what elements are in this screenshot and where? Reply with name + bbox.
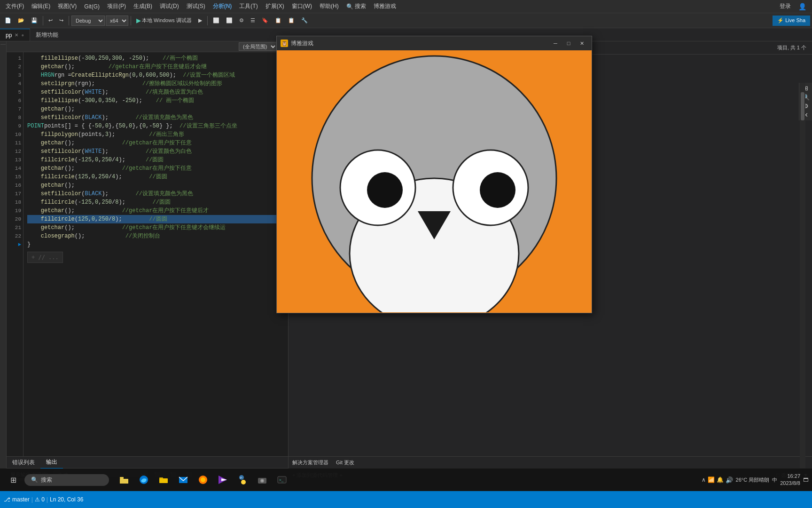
- solution-explorer-tab[interactable]: 解决方案管理器: [292, 459, 328, 466]
- code-editor-panel: (全局范围) ▼ 1 2 3 4 5 6 7 8 9 10 11 12 13 1…: [7, 41, 289, 508]
- svg-rect-9: [120, 480, 128, 484]
- game-window-icon: 🦉: [281, 40, 288, 47]
- tray-up-arrow[interactable]: ∧: [702, 476, 706, 483]
- error-list-tab[interactable]: 错误列表: [7, 457, 40, 468]
- status-sep: |: [31, 496, 33, 503]
- game-window: 🦉 博雅游戏 ─ □ ✕: [276, 36, 592, 313]
- tray-volume[interactable]: 🔊: [726, 476, 733, 484]
- start-button[interactable]: ⊞: [4, 470, 23, 489]
- activity-indicator: │: [1, 43, 6, 46]
- live-share-icon: ⚡: [777, 17, 784, 23]
- taskbar-app-python[interactable]: P: [233, 470, 252, 489]
- toolbar-undo[interactable]: ↩: [46, 16, 55, 24]
- toolbar-save[interactable]: 💾: [28, 16, 40, 24]
- menu-analyze[interactable]: 分析(N): [209, 1, 236, 12]
- code-line-23: }: [27, 240, 284, 249]
- run-button[interactable]: ▶ 本地 Windows 调试器: [133, 16, 195, 25]
- toolbar-icon2[interactable]: ⬜: [223, 16, 235, 24]
- menu-debug[interactable]: 调试(D): [156, 1, 183, 12]
- menu-user-icon[interactable]: 👤: [795, 1, 810, 12]
- toolbar-icon6[interactable]: 📋: [272, 16, 284, 24]
- menu-build[interactable]: 生成(B): [130, 1, 156, 12]
- toolbar-new[interactable]: 📄: [2, 16, 14, 24]
- menu-extensions[interactable]: 扩展(X): [262, 1, 288, 12]
- code-line-15: fillcircle(125, 0, 250 / 4); //圆圆: [27, 173, 284, 181]
- tray-network[interactable]: 📶: [708, 476, 715, 483]
- game-window-title: 博雅游戏: [291, 40, 547, 48]
- toolbar-sep-2: [69, 16, 69, 25]
- menu-boya[interactable]: 博雅游戏: [370, 1, 400, 12]
- toolbar-redo[interactable]: ↪: [56, 16, 66, 24]
- menu-tools[interactable]: 工具(T): [235, 1, 261, 12]
- code-lines[interactable]: fillellipse(-300, 250, 300, -250); //画一个…: [23, 52, 288, 508]
- sys-tray: ∧ 📶 🔔 🔊: [702, 476, 733, 484]
- close-button[interactable]: ✕: [576, 39, 588, 48]
- code-line-13: fillcircle(-125, 0, 250 / 4); //圆圆: [27, 156, 284, 164]
- scope-select[interactable]: (全局范围): [239, 42, 277, 51]
- menu-edit[interactable]: 编辑(E): [28, 1, 54, 12]
- svg-rect-12: [159, 478, 168, 483]
- bottom-right-tabs: 解决方案管理器 Git 更改: [289, 456, 812, 468]
- taskbar-app-terminal[interactable]: >_: [273, 470, 291, 489]
- code-line-17: setfillcolor(BLACK); //设置填充颜色为黑色: [27, 190, 284, 198]
- tray-warning[interactable]: 🔔: [717, 476, 724, 483]
- taskbar-app-folder[interactable]: [154, 470, 173, 489]
- toolbar-more1[interactable]: ▶: [195, 16, 205, 24]
- output-tab-active[interactable]: 输出: [40, 456, 63, 468]
- taskbar-app-vs[interactable]: [213, 470, 232, 489]
- taskbar-search[interactable]: 🔍 搜索: [24, 474, 109, 486]
- taskbar-app-edge[interactable]: [134, 470, 153, 489]
- taskbar-right: ∧ 📶 🔔 🔊 26°C 局部晴朗 中 16:27 2023/8/8 🗖: [702, 473, 808, 487]
- toolbar-icon7[interactable]: 📋: [285, 16, 297, 24]
- live-share-button[interactable]: ⚡ Live Sha: [773, 16, 810, 26]
- tab-new-feature[interactable]: 新增功能: [30, 29, 64, 41]
- toolbar-icon3[interactable]: ⚙: [236, 16, 247, 24]
- taskbar-app-explorer[interactable]: [115, 470, 133, 489]
- toolbar-sep-4: [207, 16, 208, 25]
- menu-search[interactable]: 🔍搜索: [343, 1, 370, 12]
- menu-view[interactable]: 视图(V): [54, 1, 80, 12]
- toolbar-open[interactable]: 📂: [15, 16, 27, 24]
- live-share-label: Live Sha: [785, 17, 805, 23]
- toolbar-icon5[interactable]: 🔖: [259, 16, 271, 24]
- svg-text:>_: >_: [279, 478, 284, 482]
- menu-test[interactable]: 测试(S): [183, 1, 209, 12]
- minimize-button[interactable]: ─: [549, 39, 562, 48]
- tab-pp-close[interactable]: ✕: [15, 32, 18, 38]
- config-select[interactable]: Debug Release: [71, 16, 105, 26]
- output-tabs-bar: 错误列表 输出: [7, 456, 288, 468]
- menu-project[interactable]: 项目(P): [103, 1, 130, 12]
- code-content: 1 2 3 4 5 6 7 8 9 10 11 12 13 14 15 16 1…: [7, 52, 288, 508]
- svg-point-23: [261, 480, 263, 482]
- maximize-button[interactable]: □: [562, 39, 575, 48]
- svg-point-5: [480, 172, 515, 208]
- git-changes-tab[interactable]: Git 更改: [336, 459, 354, 466]
- vscroll-bar[interactable]: [800, 83, 805, 468]
- toolbar: 📄 📂 💾 ↩ ↪ Debug Release x64 x86 ▶ 本地 Win…: [0, 13, 812, 28]
- toolbar-icon1[interactable]: ⬜: [210, 16, 222, 24]
- menu-file[interactable]: 文件(F): [2, 1, 28, 12]
- language-indicator[interactable]: 中: [772, 476, 777, 484]
- toolbar-icon4[interactable]: ☰: [248, 16, 258, 24]
- fold-region[interactable]: + // ...: [27, 251, 284, 264]
- toolbar-icon8[interactable]: 🔧: [298, 16, 311, 24]
- menu-git[interactable]: Git(G): [80, 2, 103, 11]
- tab-pp[interactable]: pp ✕ ●: [0, 29, 30, 41]
- taskbar-search-placeholder: 搜索: [41, 476, 52, 484]
- taskbar-app-camera[interactable]: [253, 470, 272, 489]
- svg-rect-7: [120, 477, 124, 479]
- status-sep2: |: [47, 496, 48, 503]
- code-line-2: getchar(); //getchar在用户按下任意键后才会继: [27, 63, 284, 71]
- code-line-22: closegraph(); //关闭控制台: [27, 232, 284, 240]
- scope-bar: (全局范围) ▼: [7, 41, 288, 52]
- menu-login[interactable]: 登录: [776, 1, 795, 12]
- taskbar-app-mail[interactable]: [174, 470, 193, 489]
- menu-window[interactable]: 窗口(W): [288, 1, 316, 12]
- status-errors[interactable]: ⚠ 0: [35, 496, 45, 503]
- taskbar-search-icon: 🔍: [31, 476, 38, 483]
- platform-select[interactable]: x64 x86: [106, 16, 128, 26]
- notification-btn[interactable]: 🗖: [803, 477, 808, 483]
- status-git[interactable]: ⎇ master: [4, 496, 30, 503]
- menu-help[interactable]: 帮助(H): [316, 1, 343, 12]
- taskbar-app-browser[interactable]: [194, 470, 212, 489]
